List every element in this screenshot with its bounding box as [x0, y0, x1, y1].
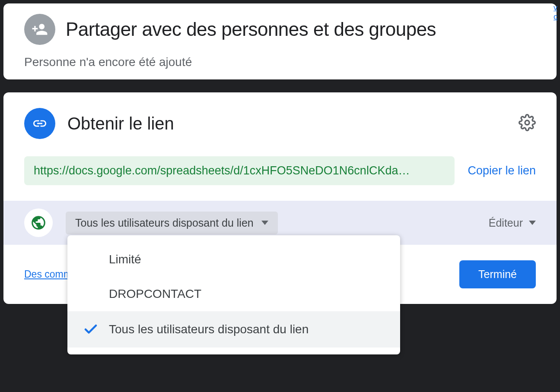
- chevron-down-icon: [261, 221, 268, 225]
- link-icon: [24, 108, 55, 139]
- get-link-card: Obtenir le lien https://docs.google.com/…: [3, 92, 557, 304]
- globe-icon: [24, 209, 53, 237]
- url-row: https://docs.google.com/spreadsheets/d/1…: [24, 156, 536, 185]
- role-label: Éditeur: [489, 217, 523, 229]
- role-dropdown[interactable]: Éditeur: [489, 217, 536, 229]
- url-display[interactable]: https://docs.google.com/spreadsheets/d/1…: [24, 156, 455, 185]
- dropdown-option-dropcontact[interactable]: DROPCONTACT: [67, 277, 400, 311]
- access-scope-menu: Limité DROPCONTACT Tous les utilisateurs…: [67, 235, 400, 354]
- share-people-card: Partager avec des personnes et des group…: [3, 3, 557, 79]
- dropdown-option-all-with-link[interactable]: Tous les utilisateurs disposant du lien: [67, 311, 400, 348]
- gear-icon[interactable]: [519, 114, 536, 133]
- dropdown-option-label: Limité: [109, 253, 387, 266]
- feedback-link[interactable]: Des comm: [24, 269, 72, 280]
- share-title: Partager avec des personnes et des group…: [66, 19, 436, 40]
- access-scope-dropdown[interactable]: Tous les utilisateurs disposant du lien: [66, 212, 278, 234]
- chevron-down-icon: [529, 221, 536, 225]
- link-title: Obtenir le lien: [67, 114, 174, 133]
- copy-link-button[interactable]: Copier le lien: [468, 164, 536, 177]
- share-header: Partager avec des personnes et des group…: [24, 14, 536, 45]
- person-add-icon: [24, 14, 55, 45]
- access-row: Tous les utilisateurs disposant du lien …: [3, 201, 557, 245]
- dropdown-option-limited[interactable]: Limité: [67, 242, 400, 277]
- share-subtitle: Personne n'a encore été ajouté: [24, 55, 536, 69]
- check-icon: [80, 322, 101, 337]
- dropdown-option-label: Tous les utilisateurs disposant du lien: [109, 322, 387, 336]
- access-scope-label: Tous les utilisateurs disposant du lien: [75, 217, 254, 229]
- done-button[interactable]: Terminé: [459, 260, 536, 288]
- sidebar-truncated-links: v c: [554, 3, 557, 22]
- svg-point-0: [525, 120, 529, 125]
- link-header: Obtenir le lien: [24, 108, 536, 139]
- dropdown-option-label: DROPCONTACT: [109, 287, 387, 301]
